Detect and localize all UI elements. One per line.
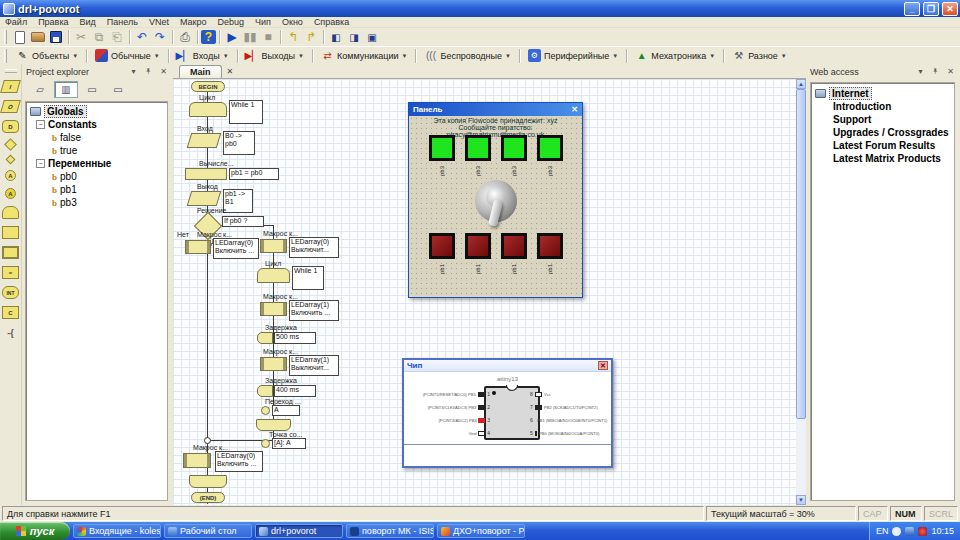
language-indicator[interactable]: EN	[876, 526, 889, 536]
chip-view-icon[interactable]: ▣	[363, 29, 381, 45]
loop-end-node[interactable]	[189, 475, 227, 488]
menu-chip[interactable]: Чип	[255, 17, 271, 27]
collapse-icon[interactable]: −	[36, 159, 45, 168]
open-icon[interactable]	[29, 29, 47, 45]
group-wireless[interactable]: (((Беспроводные▼	[419, 48, 515, 64]
output-tool-icon[interactable]: O	[0, 100, 21, 113]
connection-point-tool-icon[interactable]: A	[5, 170, 16, 181]
web-link-products[interactable]: Latest Matrix Products	[811, 152, 954, 165]
connection-point-node[interactable]	[261, 439, 270, 448]
tree-item-row[interactable]: bpb3	[26, 196, 167, 209]
scroll-down-icon[interactable]: ▼	[796, 495, 806, 505]
tab-close-icon[interactable]: ✕	[227, 67, 234, 78]
scrollbar-thumb[interactable]	[796, 89, 806, 419]
chip-step-out-icon[interactable]: ◨	[345, 29, 363, 45]
tree-root-row[interactable]: Internet	[811, 87, 954, 100]
save-icon[interactable]	[47, 29, 65, 45]
chip-window-titlebar[interactable]: Чип ✕	[404, 360, 611, 372]
copy-icon[interactable]: ⧉	[90, 29, 108, 45]
web-link-support[interactable]: Support	[811, 113, 954, 126]
close-button[interactable]: ✕	[942, 2, 958, 16]
run-icon[interactable]: ▶	[223, 29, 241, 45]
pause-icon[interactable]: ▮▮	[241, 29, 259, 45]
clock[interactable]: 10:15	[931, 526, 954, 536]
start-button[interactable]: пуск	[0, 522, 70, 540]
input-tool-icon[interactable]: I	[0, 80, 21, 93]
tree-root-row[interactable]: Globals	[26, 105, 167, 118]
string-tool-icon[interactable]: =	[2, 266, 19, 279]
loop-node[interactable]	[189, 102, 227, 117]
pin-pad[interactable]	[535, 431, 538, 436]
group-peripherals[interactable]: ⚙Периферийные▼	[523, 48, 623, 64]
flowchart-canvas[interactable]: BEGIN Цикл While 1 Вход B0 -> pb0 Вычисл…	[173, 79, 796, 505]
taskbar-task-desktop[interactable]: Рабочий стол	[164, 524, 252, 538]
vertical-scrollbar[interactable]: ▲ ▼	[796, 79, 806, 505]
comment-tool-icon[interactable]: ‑{	[2, 326, 19, 339]
pin-icon[interactable]: 🖈	[143, 67, 154, 76]
led-red[interactable]	[429, 233, 455, 259]
menu-window[interactable]: Окно	[282, 17, 303, 27]
scroll-up-icon[interactable]: ▲	[796, 79, 806, 89]
c-code-tool-icon[interactable]: C	[2, 306, 19, 319]
restore-button[interactable]: ❐	[923, 2, 939, 16]
pin-icon[interactable]: 🖈	[930, 67, 941, 76]
close-icon[interactable]: ✕	[158, 67, 169, 76]
tab-components-icon[interactable]: ▭	[106, 81, 130, 98]
group-inputs[interactable]: ▶▏Входы▼	[172, 48, 234, 64]
component-macro-node[interactable]	[260, 357, 287, 371]
led-red[interactable]	[465, 233, 491, 259]
tree-item-row[interactable]: btrue	[26, 144, 167, 157]
menu-help[interactable]: Справка	[314, 17, 349, 27]
goto-connection-tool-icon[interactable]: A	[5, 188, 16, 199]
menu-file[interactable]: Файл	[5, 17, 27, 27]
undo-icon[interactable]: ↶	[133, 29, 151, 45]
begin-node[interactable]: BEGIN	[191, 81, 225, 92]
pin-pad[interactable]	[478, 392, 485, 397]
close-icon[interactable]: ✕	[945, 67, 956, 76]
menu-macro[interactable]: Макро	[180, 17, 207, 27]
calculation-node[interactable]	[185, 168, 227, 180]
led-green[interactable]	[537, 135, 563, 161]
network-icon[interactable]	[905, 527, 914, 536]
calculation-tool-icon[interactable]	[2, 246, 19, 259]
output-node[interactable]	[187, 191, 222, 206]
interrupt-tool-icon[interactable]: INT	[2, 286, 19, 299]
group-outputs[interactable]: ▶▏Выходы▼	[241, 48, 309, 64]
group-objects[interactable]: ✎Объекты▼	[11, 48, 83, 64]
pin-pad[interactable]	[478, 405, 485, 410]
panel-window[interactable]: Панель ✕ Эта копия Flowcode принадлежит:…	[408, 102, 583, 298]
tray-chevron-icon[interactable]	[892, 527, 901, 536]
tab-globals-icon[interactable]: ▥	[54, 81, 78, 98]
pin-pad[interactable]	[535, 405, 542, 410]
pin-pad[interactable]	[535, 392, 542, 397]
component-macro-node[interactable]	[185, 240, 211, 254]
cut-icon[interactable]: ✂	[72, 29, 90, 45]
tree-group-row[interactable]: − Переменные	[26, 157, 167, 170]
redo-icon[interactable]: ↷	[151, 29, 169, 45]
pin-pad[interactable]	[478, 431, 485, 436]
stop-icon[interactable]: ■	[259, 29, 277, 45]
group-mechatronics[interactable]: ▲Мехатроника▼	[630, 48, 720, 64]
component-macro-tool-icon[interactable]	[2, 226, 19, 239]
tree-item-row[interactable]: bfalse	[26, 131, 167, 144]
tab-macros-icon[interactable]: ▭	[80, 81, 104, 98]
led-red[interactable]	[501, 233, 527, 259]
loop-node[interactable]	[257, 268, 290, 283]
led-green[interactable]	[429, 135, 455, 161]
group-common[interactable]: Обычные▼	[90, 48, 165, 64]
paste-icon[interactable]: ⎗	[108, 29, 126, 45]
step-into-icon[interactable]: ↰	[284, 29, 302, 45]
pin-pad-active[interactable]	[478, 418, 485, 423]
print-icon[interactable]: ⎙	[176, 29, 194, 45]
web-link-introduction[interactable]: Introduction	[811, 100, 954, 113]
new-icon[interactable]	[11, 29, 29, 45]
close-icon[interactable]: ✕	[571, 105, 578, 114]
web-link-upgrades[interactable]: Upgrades / Crossgrades	[811, 126, 954, 139]
tab-main[interactable]: Main	[179, 65, 222, 78]
taskbar-task-isis[interactable]: поворот МК - ISIS Pr...	[346, 524, 434, 538]
collapse-icon[interactable]: −	[36, 120, 45, 129]
help-icon[interactable]: ?	[201, 30, 216, 44]
taskbar-task-mail[interactable]: Входящие - kolesa-m...	[73, 524, 161, 538]
web-link-forum[interactable]: Latest Forum Results	[811, 139, 954, 152]
tree-item-row[interactable]: bpb1	[26, 183, 167, 196]
